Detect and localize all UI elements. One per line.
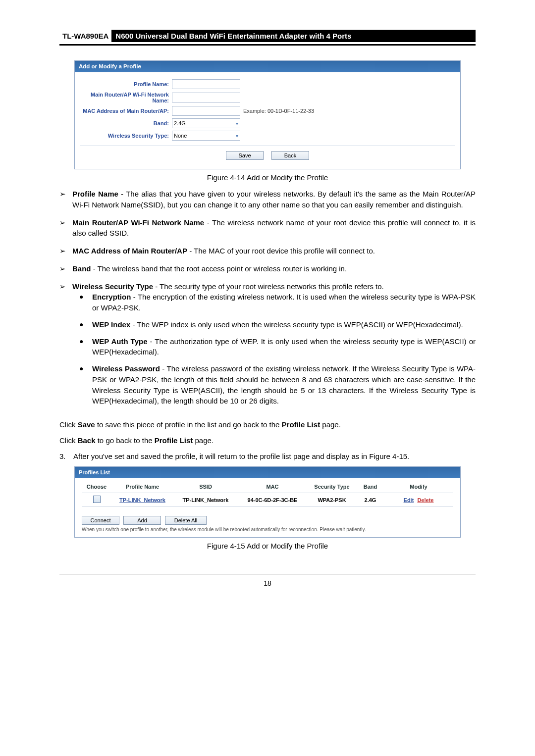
page-number: 18 <box>59 574 476 587</box>
label-band: Band: <box>80 120 172 126</box>
row-profile-name[interactable]: TP-LINK_Network <box>111 497 173 503</box>
row-security: WPA2-PSK <box>307 497 357 503</box>
list-item: Main Router/AP Wi-Fi Network Name - The … <box>72 217 476 239</box>
bullet-icon: ● <box>79 292 92 313</box>
row-mac: 94-0C-6D-2F-3C-BE <box>238 497 307 503</box>
col-choose: Choose <box>82 484 111 490</box>
step-number: 3. <box>59 451 73 462</box>
page-header: TL-WA890EA N600 Universal Dual Band WiFi… <box>59 30 476 46</box>
list-item: Wireless Security Type - The security ty… <box>72 281 476 292</box>
mac-hint: Example: 00-1D-0F-11-22-33 <box>243 108 314 114</box>
arrow-icon: ➢ <box>59 246 72 256</box>
list-item: MAC Address of Main Router/AP - The MAC … <box>72 246 476 256</box>
figure-caption-15: Figure 4-15 Add or Modify the Profile <box>59 542 476 550</box>
list-item: Encryption - The encryption of the exist… <box>92 292 476 313</box>
arrow-icon: ➢ <box>59 189 72 210</box>
label-profile-name: Profile Name: <box>80 81 172 87</box>
header-title: N600 Universal Dual Band WiFi Entertainm… <box>111 30 476 42</box>
input-profile-name[interactable] <box>172 79 240 89</box>
panel-title: Add or Modify a Profile <box>75 61 460 72</box>
step-text: After you've set and saved the profile, … <box>73 451 476 462</box>
chevron-down-icon: ▾ <box>236 133 238 139</box>
label-mac: MAC Address of Main Router/AP: <box>80 108 172 114</box>
bullet-icon: ● <box>79 363 92 406</box>
profiles-list-title: Profiles List <box>75 467 460 478</box>
edit-link[interactable]: Edit <box>404 497 414 503</box>
delete-all-button[interactable]: Delete All <box>165 516 207 525</box>
arrow-icon: ➢ <box>59 263 72 274</box>
row-band: 2.4G <box>357 497 384 503</box>
select-security[interactable]: None ▾ <box>172 131 240 141</box>
back-instruction: Click Back to go back to the Profile Lis… <box>59 435 476 446</box>
select-band[interactable]: 2.4G ▾ <box>172 118 240 128</box>
list-item: Band - The wireless band that the root a… <box>72 263 476 274</box>
input-mac[interactable] <box>172 106 240 116</box>
arrow-icon: ➢ <box>59 281 72 292</box>
delete-link[interactable]: Delete <box>417 497 433 503</box>
col-modify: Modify <box>384 484 453 490</box>
connect-button[interactable]: Connect <box>82 516 119 525</box>
back-button[interactable]: Back <box>271 151 309 160</box>
select-security-value: None <box>174 133 187 139</box>
arrow-icon: ➢ <box>59 217 72 239</box>
label-network-name: Main Router/AP Wi-Fi Network Name: <box>80 92 172 103</box>
list-item: WEP Auth Type - The authorization type o… <box>92 336 476 358</box>
chevron-down-icon: ▾ <box>236 121 238 126</box>
select-band-value: 2.4G <box>174 120 186 126</box>
col-ssid: SSID <box>173 484 238 490</box>
col-band: Band <box>357 484 384 490</box>
profiles-list-panel: Profiles List Choose Profile Name SSID M… <box>74 466 461 538</box>
row-checkbox[interactable] <box>93 496 101 503</box>
step-3: 3. After you've set and saved the profil… <box>59 451 476 462</box>
col-security: Security Type <box>307 484 357 490</box>
table-row: TP-LINK_Network TP-LINK_Network 94-0C-6D… <box>82 493 453 507</box>
row-ssid: TP-LINK_Network <box>173 497 238 503</box>
feature-list: ➢ Profile Name - The alias that you have… <box>59 189 476 412</box>
col-profile-name: Profile Name <box>111 484 173 490</box>
list-item: Wireless Password - The wireless passwor… <box>92 363 476 406</box>
input-network-name[interactable] <box>172 93 240 102</box>
add-button[interactable]: Add <box>123 516 161 525</box>
list-item: Profile Name - The alias that you have g… <box>72 189 476 210</box>
list-item: WEP Index - The WEP index is only used w… <box>92 319 476 330</box>
label-security: Wireless Security Type: <box>80 133 172 139</box>
header-model: TL-WA890EA <box>59 30 111 42</box>
figure-caption-14: Figure 4-14 Add or Modify the Profile <box>59 173 476 182</box>
profiles-list-note: When you switch one profile to another, … <box>82 527 453 532</box>
save-instruction: Click Save to save this piece of profile… <box>59 419 476 430</box>
sub-feature-list: ● Encryption - The encryption of the exi… <box>79 292 476 412</box>
col-mac: MAC <box>238 484 307 490</box>
bullet-icon: ● <box>79 336 92 358</box>
save-button[interactable]: Save <box>226 151 264 160</box>
profile-panel: Add or Modify a Profile Profile Name: Ma… <box>74 60 461 169</box>
bullet-icon: ● <box>79 319 92 330</box>
table-header: Choose Profile Name SSID MAC Security Ty… <box>82 484 453 493</box>
